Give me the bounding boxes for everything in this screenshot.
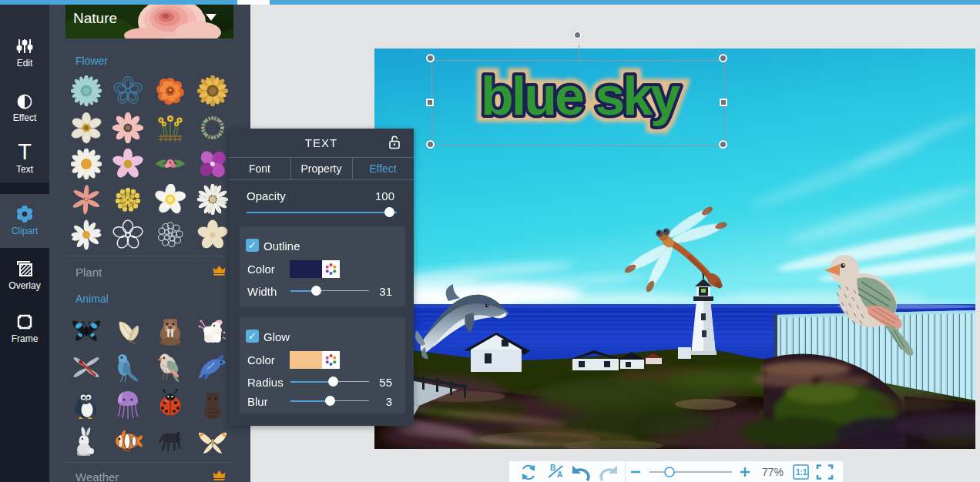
svg-text:B: B (550, 464, 555, 472)
svg-text:77%: 77% (762, 466, 784, 478)
svg-text:A: A (557, 470, 562, 479)
svg-text:1:1: 1:1 (796, 468, 807, 477)
